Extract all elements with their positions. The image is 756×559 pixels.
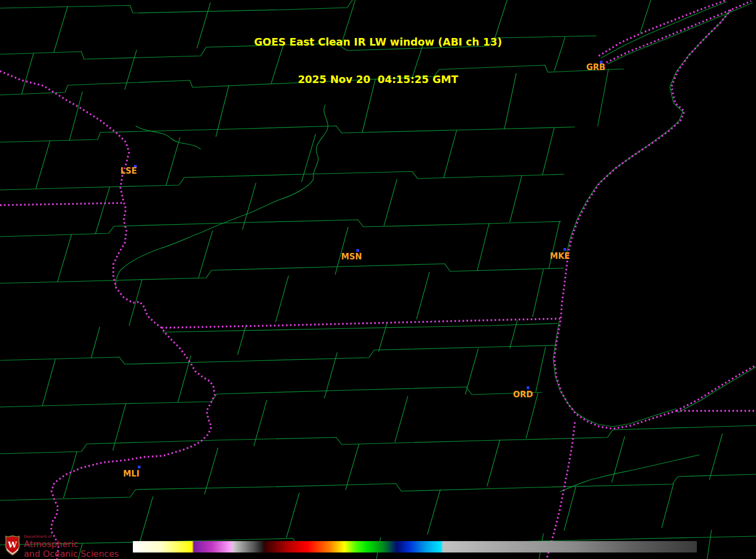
lake-michigan-east-shore xyxy=(676,365,756,411)
title-line-2: 2025 Nov 20 04:15:25 GMT xyxy=(0,73,756,86)
station-label-grb: GRB xyxy=(586,62,605,72)
uw-aos-logo: W Department of Atmospheric and Oceanic … xyxy=(4,532,119,558)
il-in-border xyxy=(547,422,575,559)
station-label-ord: ORD xyxy=(513,390,533,399)
logo-name-line-2: and Oceanic Sciences xyxy=(24,550,119,558)
uw-aos-logo-text: Department of Atmospheric and Oceanic Sc… xyxy=(24,532,119,558)
svg-text:W: W xyxy=(8,540,18,550)
mn-ia-border xyxy=(0,203,122,205)
ir-temperature-colorbar xyxy=(133,541,697,552)
uw-crest-icon: W xyxy=(4,532,21,558)
logo-department-label: Department of xyxy=(24,535,119,539)
logo-name-line-1: Atmospheric xyxy=(24,540,119,549)
station-label-msn: MSN xyxy=(341,252,362,262)
image-title: GOES East Clean IR LW window (ABI ch 13)… xyxy=(0,11,756,111)
title-line-1: GOES East Clean IR LW window (ABI ch 13) xyxy=(0,36,756,48)
station-label-mli: MLI xyxy=(123,469,139,479)
station-marker-mke xyxy=(563,248,566,251)
station-marker-mli xyxy=(138,466,140,468)
mississippi-river-border xyxy=(0,71,215,559)
satellite-map-view: GOES East Clean IR LW window (ABI ch 13)… xyxy=(0,0,756,559)
station-marker-ord xyxy=(527,386,529,389)
station-label-mke: MKE xyxy=(550,251,570,261)
wi-il-border xyxy=(162,319,561,328)
station-label-lse: LSE xyxy=(120,166,137,176)
